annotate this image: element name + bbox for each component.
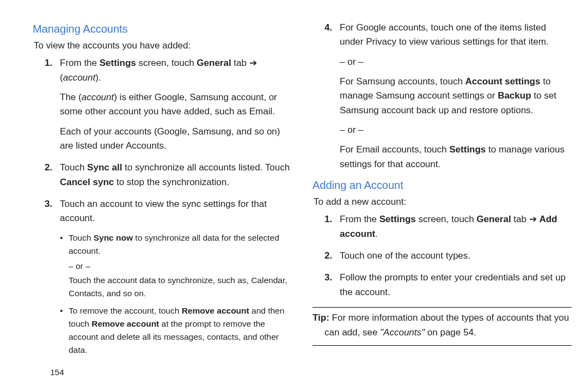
- as1-d: .: [375, 229, 378, 239]
- intro-adding: To add a new account:: [314, 195, 572, 209]
- as1-b: screen, touch: [416, 214, 477, 224]
- step4-a: For Google accounts, touch one of the it…: [340, 22, 549, 47]
- word-remove-account-2: Remove account: [91, 319, 159, 328]
- step4-samsung: For Samsung accounts, touch Account sett…: [340, 75, 572, 118]
- step1-para-3: Each of your accounts (Google, Samsung, …: [60, 125, 292, 154]
- step3-bullet-2: To remove the account, touch Remove acco…: [60, 304, 292, 357]
- word-general: General: [197, 58, 231, 68]
- step3-sublist: Touch Sync now to synchronize all data f…: [60, 231, 292, 357]
- word-remove-account-1: Remove account: [182, 306, 249, 315]
- step3-bullet-1: Touch Sync now to synchronize all data f…: [60, 231, 292, 300]
- manual-page: Managing Accounts To view the accounts y…: [0, 0, 588, 392]
- word-sync-all: Sync all: [87, 162, 122, 173]
- add-step-3: Follow the prompts to enter your credent…: [313, 271, 572, 299]
- step1-text-a: From the: [60, 58, 100, 68]
- step4-or-2: – or –: [340, 123, 572, 137]
- step1-text-b: screen, touch: [136, 58, 197, 68]
- step-2: Touch Sync all to synchronize all accoun…: [33, 161, 292, 189]
- add-step-2: Touch one of the account types.: [313, 249, 572, 263]
- tip-b: on page 54.: [425, 327, 476, 338]
- tip-ref: "Accounts": [380, 327, 425, 338]
- step1-p2-a: The (: [60, 92, 82, 102]
- step3-text: Touch an account to view the sync settin…: [60, 199, 267, 223]
- s4c1: For Email accounts, touch: [340, 144, 449, 155]
- word-general-2: General: [476, 214, 511, 224]
- heading-managing-accounts: Managing Accounts: [33, 21, 292, 38]
- as1-a: From the: [340, 214, 379, 224]
- adding-steps: From the Settings screen, touch General …: [313, 212, 572, 299]
- word-backup: Backup: [498, 90, 531, 101]
- step4-or-1: – or –: [340, 55, 572, 69]
- word-account-italic: account: [63, 72, 96, 83]
- intro-managing: To view the accounts you have added:: [34, 39, 292, 53]
- step1-para-2: The (account) is either Google, Samsung …: [60, 90, 292, 119]
- word-account-settings: Account settings: [465, 76, 541, 87]
- s3b1-c: Touch the account data to synchronize, s…: [69, 274, 292, 300]
- s4b1: For Samsung accounts, touch: [340, 76, 465, 87]
- word-settings-3: Settings: [379, 214, 416, 224]
- word-settings-2: Settings: [449, 144, 486, 155]
- step-3: Touch an account to view the sync settin…: [33, 197, 292, 357]
- tip-label: Tip:: [313, 313, 329, 323]
- step2-b: to synchronize all accounts listed. Touc…: [122, 162, 290, 173]
- step4-email: For Email accounts, touch Settings to ma…: [340, 143, 572, 171]
- step2-c: to stop the synchronization.: [114, 177, 229, 187]
- step1-text-d: ).: [95, 72, 101, 83]
- word-settings: Settings: [100, 58, 136, 68]
- word-cancel-sync: Cancel sync: [60, 177, 114, 187]
- as1-c: tab ➔: [511, 214, 540, 224]
- word-account-italic-2: account: [82, 92, 114, 102]
- content-columns: Managing Accounts To view the accounts y…: [33, 21, 572, 357]
- add-step-1: From the Settings screen, touch General …: [313, 212, 572, 241]
- word-sync-now: Sync now: [94, 233, 133, 242]
- step-1: From the Settings screen, touch General …: [33, 56, 292, 153]
- page-number: 154: [50, 366, 64, 379]
- s3b1-a: Touch: [69, 233, 94, 242]
- step2-a: Touch: [60, 162, 87, 173]
- s3-or-1: – or –: [69, 260, 292, 273]
- heading-adding-account: Adding an Account: [313, 177, 572, 194]
- tip-box: Tip: For more information about the type…: [313, 307, 572, 346]
- s3b2-a: To remove the account, touch: [69, 306, 182, 315]
- step-4: For Google accounts, touch one of the it…: [313, 21, 572, 171]
